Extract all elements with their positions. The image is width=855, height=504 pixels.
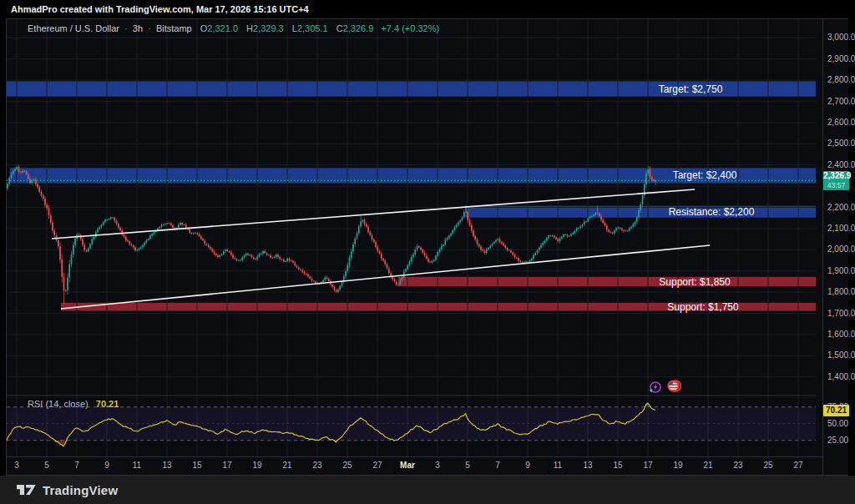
tradingview-logo-mark — [17, 482, 37, 497]
tradingview-logo[interactable]: TradingView — [17, 482, 118, 497]
time-axis-label: 21 — [703, 461, 712, 470]
symbol-name[interactable]: Ethereum / U.S. Dollar — [28, 23, 119, 33]
low-value: 2,305.1 — [297, 23, 328, 33]
time-axis-label: Mar — [400, 461, 415, 470]
time-axis-label: 27 — [372, 461, 382, 470]
time-axis-label: 3 — [14, 461, 19, 470]
price-axis-label: 1,700.0 — [827, 309, 855, 318]
low-label: L — [286, 23, 297, 33]
price-axis-label: 2,900.0 — [827, 54, 855, 63]
rsi-axis-label: 50.00 — [827, 419, 848, 428]
time-axis-label: 27 — [793, 461, 802, 470]
time-axis-label: 25 — [763, 461, 772, 470]
last-price-value: 2,326.9 — [823, 171, 849, 181]
rsi-legend: RSI (14, close) 70.21 — [28, 399, 119, 409]
time-axis-label: 11 — [133, 461, 141, 470]
time-axis-label: 23 — [312, 461, 321, 470]
price-axis-label: 1,600.0 — [827, 330, 855, 339]
legend-separator: · — [145, 23, 154, 33]
price-axis-label: 1,400.0 — [827, 372, 855, 381]
zone-label-target-2400[interactable]: Target: $2,400 — [673, 169, 737, 181]
high-value: 2,329.3 — [253, 23, 284, 33]
close-label: C — [331, 23, 343, 33]
time-axis-label: 5 — [44, 461, 49, 470]
flash-event-icon[interactable] — [648, 381, 662, 395]
time-axis-label: 19 — [252, 461, 261, 470]
chart-container: Ethereum / U.S. Dollar · 3h · Bitstamp O… — [6, 18, 848, 476]
time-axis-label: 3 — [435, 461, 440, 470]
rsi-axis-label: 25.00 — [827, 436, 848, 445]
price-axis-label: 2,700.0 — [827, 97, 855, 106]
legend-separator: · — [122, 23, 130, 33]
time-axis-label: 19 — [673, 461, 682, 470]
rsi-value-badge: 70.21 — [823, 405, 849, 416]
price-axis-label: 2,200.0 — [827, 203, 855, 212]
time-axis-label: 13 — [583, 461, 592, 470]
price-axis-label: 1,900.0 — [827, 266, 855, 275]
time-axis-label: 13 — [162, 461, 171, 470]
time-axis-label: 11 — [554, 461, 562, 470]
last-price-badge: 2,326.9 43:57 — [823, 171, 849, 190]
price-axis-label: 2,800.0 — [827, 75, 855, 84]
time-axis-label: 15 — [613, 461, 622, 470]
symbol-interval[interactable]: 3h — [133, 23, 143, 33]
candle-countdown: 43:57 — [823, 181, 849, 189]
change-value: +7.4 (+0.32%) — [376, 23, 439, 33]
time-axis-label: 7 — [74, 461, 79, 470]
price-axis-label: 2,400.0 — [827, 160, 855, 169]
time-axis-label: 21 — [282, 461, 291, 470]
zone-label-support-1750[interactable]: Support: $1,750 — [667, 301, 738, 313]
us-flag-event-icon[interactable] — [666, 379, 680, 393]
open-value: 2,321.0 — [207, 23, 238, 33]
time-axis[interactable]: 3579111315171921232527Mar357911131517192… — [7, 456, 822, 475]
rsi-title[interactable]: RSI — [28, 399, 43, 409]
symbol-legend: Ethereum / U.S. Dollar · 3h · Bitstamp O… — [28, 23, 439, 33]
price-axis-label: 1,800.0 — [827, 287, 855, 296]
time-axis-label: 15 — [192, 461, 201, 470]
zone-label-support-1850[interactable]: Support: $1,850 — [659, 276, 730, 288]
time-axis-label: 5 — [465, 461, 470, 470]
attribution-bar: AhmadPro created with TradingView.com, M… — [0, 0, 855, 18]
tradingview-brand-text: TradingView — [43, 483, 118, 497]
price-axis-label: 1,500.0 — [827, 350, 855, 360]
attribution-text: AhmadPro created with TradingView.com, M… — [11, 4, 309, 14]
symbol-exchange: Bitstamp — [156, 23, 192, 33]
high-label: H — [240, 23, 253, 33]
time-axis-label: 9 — [104, 461, 109, 470]
open-label: O — [195, 23, 208, 33]
price-axis-label: 2,100.0 — [827, 224, 855, 233]
close-value: 2,326.9 — [343, 23, 374, 33]
time-axis-label: 7 — [495, 461, 500, 470]
time-axis-label: 9 — [525, 461, 530, 470]
rsi-params: (14, close) — [45, 399, 88, 409]
time-axis-label: 17 — [222, 461, 231, 470]
price-axis-label: 2,600.0 — [827, 118, 855, 127]
price-axis-label: 2,000.0 — [827, 244, 855, 254]
zone-label-resistance-2200[interactable]: Resistance: $2,200 — [669, 206, 755, 218]
time-axis-label: 23 — [733, 461, 742, 470]
zone-label-target-2750[interactable]: Target: $2,750 — [659, 83, 723, 95]
time-axis-label: 17 — [643, 461, 652, 470]
rsi-current-value: 70.21 — [91, 399, 119, 409]
price-axis-label: 2,500.0 — [827, 139, 855, 148]
bottom-brand-bar: TradingView — [0, 476, 855, 504]
price-axis[interactable]: 3,000.02,900.02,800.02,700.02,600.02,500… — [822, 19, 848, 475]
price-axis-label: 3,000.0 — [827, 33, 855, 42]
time-axis-label: 25 — [342, 461, 352, 470]
tradingview-screenshot: AhmadPro created with TradingView.com, M… — [0, 0, 855, 504]
